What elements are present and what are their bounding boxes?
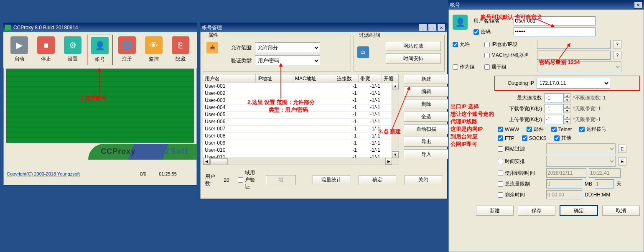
cell	[293, 90, 335, 97]
mail-checkbox[interactable]: 邮件	[527, 126, 544, 133]
cell	[293, 147, 335, 154]
mgr-ok-button[interactable]: 确定	[359, 175, 396, 185]
maximize-button[interactable]: □	[428, 24, 436, 31]
hscroll-thumb[interactable]	[210, 158, 228, 165]
schedule-checkbox[interactable]: 时间安排	[498, 158, 544, 165]
cell: -1/-1	[359, 133, 382, 140]
quota-mb-input	[546, 179, 582, 188]
password-checkbox[interactable]: 密码	[473, 28, 511, 36]
acct-close-button[interactable]: ✕	[634, 1, 642, 9]
table-row[interactable]: User-007-1-1/-11	[203, 126, 399, 133]
toolbar-user-button[interactable]: 👤帐号	[87, 35, 113, 65]
maxconn-spinner[interactable]: ▲▼	[564, 93, 570, 102]
scope-select[interactable]: 允许部分	[255, 42, 320, 53]
password-input[interactable]	[514, 27, 596, 36]
hscroll-right[interactable]: ▶	[385, 158, 392, 165]
expire-checkbox[interactable]: 使用到期时间	[498, 170, 544, 177]
asgroup-checkbox[interactable]: 作为组	[453, 64, 482, 71]
acct-cancel-button[interactable]: 取消	[602, 206, 640, 216]
ip-checkbox[interactable]: IP地址/IP段	[484, 41, 535, 48]
dlbw-spinner[interactable]: ▲▼	[564, 104, 570, 113]
flow-stats-button[interactable]: 流量统计	[313, 175, 350, 185]
table-row[interactable]: User-002-1-1/-11	[203, 90, 399, 97]
acct-save-button[interactable]: 保存	[518, 206, 555, 216]
toolbar-stop-button[interactable]: ■停止	[33, 35, 59, 65]
ingroup-checkbox[interactable]: 属于组	[484, 64, 535, 71]
dlbw-input[interactable]	[545, 104, 564, 113]
vscroll-up[interactable]: ▲	[392, 83, 399, 89]
mgr-titlebar[interactable]: 帐号管理 _ □ ✕	[200, 23, 447, 32]
toolbar-hide-button[interactable]: ⎘隐藏	[168, 35, 193, 65]
col-header[interactable]: IP地址	[256, 74, 293, 83]
side-button-2[interactable]: 删除	[404, 99, 449, 109]
side-button-0[interactable]: 新建	[404, 74, 449, 84]
user-table[interactable]: 用户名IP地址MAC地址连接数带宽开通 User-001-1-1/-11User…	[203, 74, 399, 165]
toolbar-eye-button[interactable]: 👁监控	[141, 35, 166, 65]
cell: -1	[335, 112, 359, 118]
col-header[interactable]: 连接数	[335, 74, 359, 83]
inbox-icon: 📥	[206, 42, 218, 53]
table-row[interactable]: User-005-1-1/-11	[203, 112, 399, 119]
mac-help-button[interactable]: ?	[613, 51, 621, 59]
mac-checkbox[interactable]: MAC地址/机器名	[484, 52, 535, 59]
webfilter-checkbox[interactable]: 网站过滤	[498, 145, 544, 153]
acct-titlebar[interactable]: 帐号 ✕	[448, 0, 644, 10]
table-row[interactable]: User-003-1-1/-11	[203, 97, 399, 104]
acct-new-button[interactable]: 新建	[476, 206, 514, 216]
vscroll-down[interactable]: ▼	[392, 151, 399, 158]
ulbw-input[interactable]	[545, 115, 564, 124]
ftp-checkbox[interactable]: FTP	[498, 135, 514, 141]
toolbar-globe-button[interactable]: 🌐注册	[115, 35, 140, 65]
table-row[interactable]: User-010-1-1/-11	[203, 147, 399, 154]
dial-checkbox[interactable]: 远程拨号	[579, 126, 606, 133]
main-titlebar[interactable]: CCProxy 8.0 Build 20180914	[3, 23, 197, 32]
quota-checkbox[interactable]: 总流量限制	[498, 181, 544, 188]
table-vscroll[interactable]: ▲ ▼	[392, 83, 399, 165]
side-button-4[interactable]: 自动扫描	[404, 124, 449, 134]
username-input[interactable]	[514, 16, 596, 25]
acct-ok-button[interactable]: 确定	[560, 205, 598, 216]
socks-checkbox[interactable]: SOCKS	[522, 135, 547, 141]
allow-checkbox[interactable]: 允许	[453, 41, 482, 48]
col-header[interactable]: 开通	[382, 74, 399, 83]
ip-help-button[interactable]: ?	[613, 40, 621, 48]
col-header[interactable]: MAC地址	[293, 74, 335, 83]
copyright-link[interactable]: Copyright(C) 2000-2018 Youngzsoft	[7, 171, 80, 176]
col-header[interactable]: 带宽	[359, 74, 382, 83]
other-checkbox[interactable]: 其他	[554, 135, 571, 142]
schedule-button[interactable]: 时间安排	[386, 53, 441, 64]
toolbar-play-button[interactable]: ▶启动	[7, 35, 32, 65]
table-row[interactable]: User-004-1-1/-11	[203, 104, 399, 112]
auth-select[interactable]: 用户/密码	[255, 55, 320, 66]
minimize-button[interactable]: _	[419, 24, 427, 31]
domain-auth-checkbox[interactable]: 域用户验证	[238, 169, 257, 191]
schedule-edit-button[interactable]: E	[618, 157, 626, 165]
mgr-cancel-button[interactable]: 关闭	[405, 175, 442, 185]
side-button-5[interactable]: 导出	[404, 137, 449, 147]
gear-icon: ⚙	[64, 36, 81, 54]
cell	[256, 126, 293, 132]
side-button-6[interactable]: 导入	[404, 149, 449, 159]
telnet-checkbox[interactable]: Telnet	[551, 127, 572, 132]
ulbw-spinner[interactable]: ▲▼	[564, 115, 570, 124]
table-row[interactable]: User-001-1-1/-11	[203, 83, 399, 90]
cell: User-009	[203, 140, 256, 147]
table-row[interactable]: User-009-1-1/-11	[203, 140, 399, 147]
col-header[interactable]: 用户名	[203, 74, 256, 83]
side-button-1[interactable]: 编辑	[404, 87, 449, 97]
toolbar-gear-button[interactable]: ⚙设置	[60, 35, 85, 65]
hscroll-left[interactable]: ◀	[203, 158, 210, 165]
webfilter-edit-button[interactable]: E	[618, 145, 626, 153]
table-row[interactable]: User-006-1-1/-11	[203, 119, 399, 126]
outgoing-ip-select[interactable]: 172.17.0.11	[537, 78, 610, 89]
cell	[293, 97, 335, 104]
www-checkbox[interactable]: WWW	[498, 127, 519, 132]
maxconn-input[interactable]	[545, 93, 564, 102]
table-row[interactable]: User-008-1-1/-11	[203, 133, 399, 140]
remain-checkbox[interactable]: 剩余时间	[498, 191, 544, 199]
side-button-3[interactable]: 全选	[404, 112, 449, 122]
table-hscroll[interactable]: ◀ ▶	[203, 158, 392, 165]
mgr-title: 帐号管理	[202, 24, 222, 31]
close-button[interactable]: ✕	[437, 24, 445, 31]
webfilter-button[interactable]: 网站过滤	[386, 41, 441, 51]
